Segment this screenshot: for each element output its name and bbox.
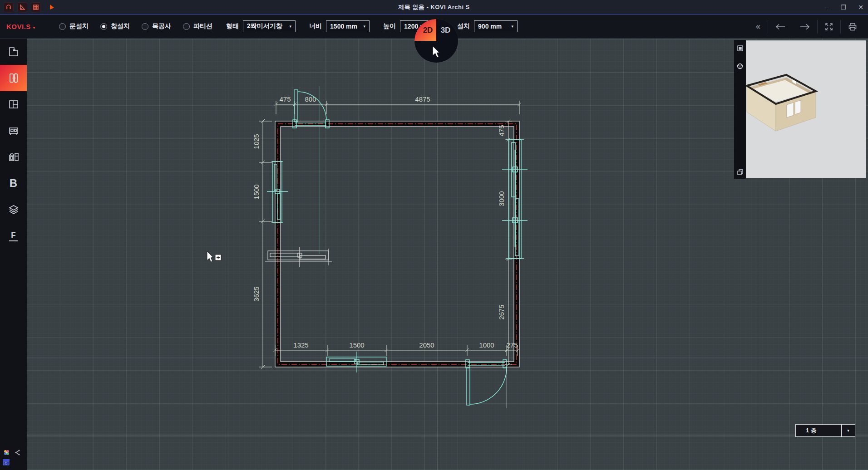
view-2d-button[interactable]: 2D	[419, 26, 436, 35]
redo-button[interactable]	[793, 24, 817, 30]
fullscreen-button[interactable]	[818, 23, 840, 31]
radio-carpentry[interactable]: 목공사	[142, 22, 171, 30]
frame-view-button[interactable]	[734, 42, 746, 54]
dim-label: 275	[506, 341, 518, 349]
magnet-snap-button[interactable]	[4, 2, 14, 12]
dim-label: 3625	[252, 286, 260, 301]
grid-icon	[33, 4, 39, 10]
sidebar-item-door[interactable]	[0, 65, 27, 91]
sidebar-item-appliance[interactable]	[0, 144, 27, 170]
sidebar-item-floorplan[interactable]	[0, 39, 27, 65]
radio-door-install[interactable]: 문설치	[59, 22, 89, 30]
minimize-button[interactable]: –	[825, 4, 829, 11]
sidebar-item-layers[interactable]	[0, 196, 27, 223]
dim-label: 1325	[293, 341, 308, 349]
dim-label: 1500	[349, 341, 364, 349]
radio-icon	[142, 23, 148, 30]
title-bar: 제목 없음 - KOVI Archi S – ❐ ✕	[0, 0, 868, 15]
bold-b-icon: B	[10, 177, 17, 190]
wall-centerline	[278, 124, 517, 364]
grid-snap-button[interactable]	[31, 2, 41, 12]
dim-label: 1000	[479, 341, 494, 349]
radio-icon	[183, 23, 190, 30]
magnet-icon	[5, 4, 12, 10]
arrow-left-icon	[775, 24, 785, 30]
door-swing-arc	[298, 92, 326, 120]
dim-label: 1500	[252, 184, 260, 199]
app-logo-menu[interactable]: KOVI.S ▾	[6, 23, 35, 30]
close-button[interactable]: ✕	[858, 4, 863, 11]
radio-icon	[100, 23, 107, 30]
angle-ruler-icon	[19, 4, 25, 10]
tool-mode-radio-group: 문설치 창설치 목공사 파티션	[59, 22, 212, 30]
print-button[interactable]	[841, 23, 864, 31]
sidebar-item-bold[interactable]: B	[0, 170, 27, 196]
window-right-selected[interactable]	[502, 140, 528, 259]
radio-icon	[59, 23, 66, 30]
shape-select[interactable]: 2짝미서기창 ▾	[243, 20, 296, 32]
radio-label: 파티션	[193, 22, 212, 30]
floor-value: 1 층	[796, 425, 841, 436]
floor-selector[interactable]: 1 층 ▾	[795, 424, 855, 437]
width-select[interactable]: 1500 mm ▾	[326, 20, 370, 32]
dimension-lines-right	[505, 119, 512, 367]
shape-field-label: 형태	[226, 22, 239, 30]
sidebar-item-furniture[interactable]	[0, 118, 27, 144]
preview-toolbar-rail	[734, 40, 746, 179]
appliance-icon	[8, 151, 20, 163]
install-field-label: 설치	[457, 22, 470, 30]
copy-icon	[737, 169, 743, 175]
maximize-button[interactable]: ❐	[841, 4, 847, 11]
door-icon	[8, 72, 20, 84]
chevron-down-icon: ▾	[512, 24, 514, 29]
dim-label: 2050	[419, 341, 434, 349]
furniture-icon	[8, 125, 20, 137]
printer-icon	[848, 23, 857, 31]
layers-icon	[8, 204, 20, 215]
width-field-label: 너비	[309, 22, 322, 30]
view-3d-button[interactable]: 3D	[437, 26, 454, 35]
dim-label: 475	[279, 95, 291, 103]
settings-flower-icon[interactable]	[3, 449, 10, 456]
floorplan-icon	[8, 46, 20, 58]
copy-view-button[interactable]	[734, 166, 746, 178]
dim-label: 1025	[252, 134, 260, 149]
dim-label: 2675	[498, 304, 505, 319]
radio-window-install[interactable]: 창설치	[100, 22, 130, 30]
walls[interactable]	[275, 121, 519, 367]
pointer-flag-icon[interactable]	[48, 4, 55, 11]
preview-panel	[734, 40, 866, 178]
install-value: 900 mm	[478, 23, 502, 30]
orbit-view-button[interactable]	[734, 60, 746, 72]
tool-sidebar: B F	[0, 39, 27, 470]
width-value: 1500 mm	[330, 23, 357, 30]
chevron-down-icon: ▾	[364, 24, 366, 29]
chevron-down-icon[interactable]: ▾	[841, 425, 855, 436]
logo-text: KOVI.S	[6, 23, 31, 30]
window-icon	[8, 98, 20, 110]
dim-label: 800	[305, 95, 316, 103]
frame-icon	[737, 45, 743, 51]
radio-label: 문설치	[69, 22, 89, 30]
radio-partition[interactable]: 파티션	[183, 22, 212, 30]
angle-snap-button[interactable]	[17, 2, 27, 12]
radio-label: 목공사	[152, 22, 171, 30]
3d-orbit-icon	[737, 63, 743, 69]
arrow-right-icon	[800, 24, 810, 30]
capture-icon[interactable]	[2, 459, 10, 465]
f-underline-icon: F	[9, 231, 17, 241]
share-icon[interactable]	[15, 450, 20, 455]
install-select[interactable]: 900 mm ▾	[474, 20, 518, 32]
undo-button[interactable]	[768, 24, 793, 30]
dim-label: 3000	[498, 191, 505, 206]
knob-cursor	[432, 45, 441, 58]
dimension-lines-left	[259, 119, 272, 369]
view-mode-knob[interactable]: 2D 3D	[414, 19, 458, 63]
collapse-panel-button[interactable]: «	[749, 22, 768, 31]
sidebar-item-window[interactable]	[0, 91, 27, 118]
3d-preview-render[interactable]	[734, 40, 865, 178]
sidebar-item-floor-label[interactable]: F	[0, 223, 27, 249]
chevron-down-icon: ▾	[33, 25, 36, 30]
chevron-down-icon: ▾	[290, 24, 292, 29]
window-title: 제목 없음 - KOVI Archi S	[0, 3, 868, 11]
